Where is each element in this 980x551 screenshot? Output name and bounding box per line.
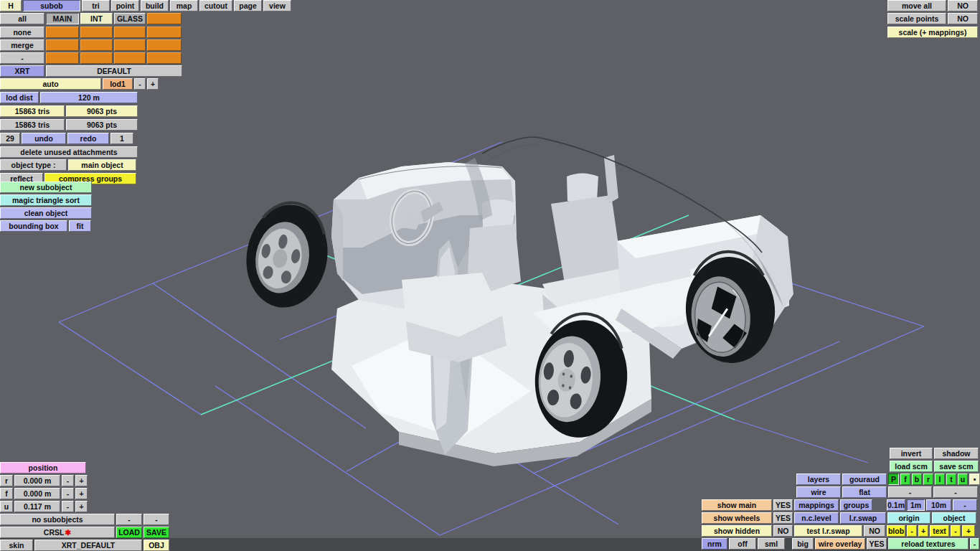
layers-button[interactable]: layers xyxy=(796,474,841,485)
subobject-prev-button[interactable]: - xyxy=(116,514,142,525)
object-button[interactable]: object xyxy=(932,512,976,524)
mappings-button[interactable]: mappings xyxy=(794,499,839,511)
layer-toggle-f[interactable]: f xyxy=(900,474,910,485)
xrt-default-button[interactable]: DEFAULT xyxy=(46,65,182,77)
scale-points-button[interactable]: scale points xyxy=(887,13,946,24)
tab-main[interactable]: MAIN xyxy=(46,13,79,24)
lod-dist-value[interactable]: 120 m xyxy=(40,92,138,103)
layer-toggle-l[interactable]: l xyxy=(935,474,945,485)
layer-toggle-r[interactable]: r xyxy=(923,474,933,485)
magic-triangle-sort-button[interactable]: magic triangle sort xyxy=(0,194,92,206)
fit-button[interactable]: fit xyxy=(69,220,91,232)
lr-swap-button[interactable]: l.r.swap xyxy=(840,512,886,524)
menu-tab-build[interactable]: build xyxy=(141,0,169,11)
xrt-button[interactable]: XRT xyxy=(0,65,44,77)
texture-cell[interactable] xyxy=(46,52,79,64)
u-plus-button[interactable]: + xyxy=(75,501,88,512)
subobject-next-button[interactable]: - xyxy=(143,514,169,525)
object-type-value[interactable]: main object xyxy=(68,159,136,171)
r-plus-button[interactable]: + xyxy=(75,475,88,486)
lod-minus-button[interactable]: - xyxy=(134,78,146,90)
dash-button[interactable]: - xyxy=(0,52,44,64)
f-plus-button[interactable]: + xyxy=(75,488,88,499)
texture-cell[interactable] xyxy=(46,39,79,51)
scale-mappings-button[interactable]: scale (+ mappings) xyxy=(887,27,978,38)
texture-cell[interactable] xyxy=(80,27,113,38)
move-all-value[interactable]: NO xyxy=(948,0,978,11)
show-main-value[interactable]: YES xyxy=(773,499,793,511)
text-minus-button[interactable]: - xyxy=(951,525,961,537)
show-main-button[interactable]: show main xyxy=(702,499,772,511)
test-lr-swap-value[interactable]: NO xyxy=(864,525,885,537)
layer-toggle-t[interactable]: t xyxy=(946,474,956,485)
menu-tab-cutout[interactable]: cutout xyxy=(199,0,232,11)
wire-dash-button[interactable]: - xyxy=(888,486,932,498)
nc-level-button[interactable]: n.c.level xyxy=(794,512,839,524)
texture-cell[interactable] xyxy=(147,13,182,24)
menu-tab-page[interactable]: page xyxy=(234,0,262,11)
blob-button[interactable]: blob xyxy=(887,525,905,537)
nrm-button[interactable]: nrm xyxy=(702,538,727,550)
gouraud-button[interactable]: gouraud xyxy=(842,474,887,485)
texture-cell[interactable] xyxy=(80,52,113,64)
blob-plus-button[interactable]: + xyxy=(918,525,928,537)
auto-lod-button[interactable]: auto xyxy=(0,78,101,90)
grid-10m-button[interactable]: 10m xyxy=(926,499,951,511)
reload-textures-button[interactable]: reload textures xyxy=(888,538,969,550)
skin-value[interactable]: XRT_DEFAULT xyxy=(34,540,142,551)
texture-cell[interactable] xyxy=(114,27,146,38)
lod1-button[interactable]: lod1 xyxy=(103,78,133,90)
menu-tab-tri[interactable]: tri xyxy=(82,0,110,11)
bounding-box-button[interactable]: bounding box xyxy=(0,220,67,232)
test-lr-swap-button[interactable]: test l.r.swap xyxy=(794,525,862,537)
grid-1m-button[interactable]: 1m xyxy=(907,499,925,511)
layer-dot-toggle[interactable]: • xyxy=(969,474,980,485)
delete-unused-button[interactable]: delete unused attachments xyxy=(0,146,138,158)
texture-cell[interactable] xyxy=(147,39,182,51)
menu-h-button[interactable]: H xyxy=(0,0,22,11)
grid-dash-button[interactable]: - xyxy=(953,499,977,511)
lod-dist-label[interactable]: lod dist xyxy=(0,92,39,103)
texture-cell[interactable] xyxy=(147,52,182,64)
position-title[interactable]: position xyxy=(0,462,86,474)
flat-button[interactable]: flat xyxy=(842,486,887,498)
lod-plus-button[interactable]: + xyxy=(147,78,159,90)
groups-button[interactable]: groups xyxy=(840,499,872,511)
menu-tab-subob[interactable]: subob xyxy=(23,0,80,11)
text-plus-button[interactable]: + xyxy=(962,525,975,537)
position-f-value[interactable]: 0.000 m xyxy=(14,488,60,499)
show-wheels-value[interactable]: YES xyxy=(773,512,793,524)
invert-button[interactable]: invert xyxy=(890,448,933,459)
menu-tab-map[interactable]: map xyxy=(170,0,198,11)
tab-int[interactable]: INT xyxy=(80,13,113,24)
select-none-button[interactable]: none xyxy=(0,27,44,38)
save-button[interactable]: SAVE xyxy=(143,527,169,538)
save-scm-button[interactable]: save scm xyxy=(934,461,979,472)
model-name-field[interactable]: CRSL✱ xyxy=(0,527,115,538)
tab-glass[interactable]: GLASS xyxy=(114,13,146,24)
reload-dash-button[interactable]: - xyxy=(970,538,979,550)
skin-button[interactable]: skin xyxy=(0,540,33,551)
menu-tab-point[interactable]: point xyxy=(111,0,139,11)
select-all-button[interactable]: all xyxy=(0,13,44,24)
nrm-big-button[interactable]: big xyxy=(792,538,814,550)
layer-toggle-b[interactable]: b xyxy=(912,474,922,485)
wire-button[interactable]: wire xyxy=(796,486,841,498)
f-minus-button[interactable]: - xyxy=(62,488,74,499)
layer-toggle-P[interactable]: P xyxy=(888,474,899,485)
wire-overlay-value[interactable]: YES xyxy=(867,538,887,550)
grid-01m-button[interactable]: 0.1m xyxy=(887,499,905,511)
show-wheels-button[interactable]: show wheels xyxy=(702,512,772,524)
show-hidden-value[interactable]: NO xyxy=(773,525,793,537)
nrm-off-button[interactable]: off xyxy=(729,538,756,550)
nrm-sml-button[interactable]: sml xyxy=(758,538,785,550)
move-all-button[interactable]: move all xyxy=(887,0,946,11)
texture-cell[interactable] xyxy=(46,27,79,38)
obj-button[interactable]: OBJ xyxy=(143,540,169,551)
new-subobject-button[interactable]: new subobject xyxy=(0,182,92,193)
position-u-value[interactable]: 0.117 m xyxy=(14,501,60,512)
load-button[interactable]: LOAD xyxy=(116,527,142,538)
shadow-button[interactable]: shadow xyxy=(934,448,979,459)
redo-button[interactable]: redo xyxy=(67,133,109,144)
r-minus-button[interactable]: - xyxy=(62,475,74,486)
